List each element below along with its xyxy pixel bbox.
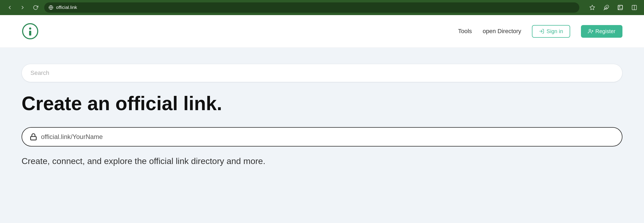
tools-nav-link[interactable]: Tools: [458, 28, 472, 35]
reload-button[interactable]: [31, 3, 40, 12]
hero-title: Create an official link.: [22, 93, 622, 114]
url-display: official.link: [56, 5, 575, 10]
search-input[interactable]: [22, 64, 622, 82]
main-nav: Tools open Directory Sign in Register: [458, 25, 622, 38]
svg-marker-2: [590, 5, 595, 10]
signin-button[interactable]: Sign in: [532, 25, 570, 38]
svg-point-10: [29, 27, 31, 30]
svg-rect-16: [31, 137, 36, 140]
browser-chrome: official.link: [0, 0, 644, 15]
address-bar[interactable]: official.link: [44, 2, 579, 13]
search-bar-container: [22, 64, 622, 82]
signin-label: Sign in: [546, 28, 563, 34]
svg-rect-11: [29, 31, 31, 36]
forward-button[interactable]: [18, 3, 27, 12]
tagline: Create, connect, and explore the officia…: [22, 155, 622, 167]
address-icon: [49, 5, 53, 10]
signin-icon: [539, 29, 544, 34]
svg-point-6: [619, 6, 620, 7]
url-input-container: [22, 127, 622, 147]
lock-icon: [30, 133, 37, 141]
register-button[interactable]: Register: [581, 25, 622, 38]
svg-point-13: [589, 29, 591, 31]
back-button[interactable]: [5, 3, 14, 12]
split-view-button[interactable]: [630, 3, 639, 12]
profile-button[interactable]: [616, 3, 625, 12]
directory-nav-link[interactable]: open Directory: [483, 28, 521, 35]
register-label: Register: [595, 28, 615, 34]
url-claim-input[interactable]: [41, 133, 614, 141]
extensions-button[interactable]: [602, 3, 611, 12]
site-header: Tools open Directory Sign in Register: [0, 15, 644, 48]
register-icon: [588, 29, 593, 34]
site-logo[interactable]: [22, 23, 39, 40]
main-content: Create an official link. Create, connect…: [0, 48, 644, 223]
browser-action-buttons: [588, 3, 639, 12]
bookmark-button[interactable]: [588, 3, 597, 12]
logo-area: [22, 23, 39, 40]
